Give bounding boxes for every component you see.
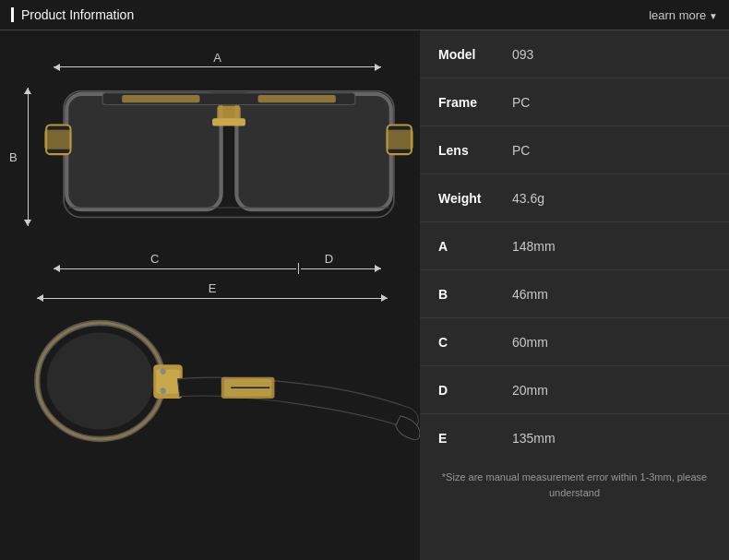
measurement-note: *Size are manual measurement error withi…	[420, 462, 729, 507]
spec-key: C	[438, 335, 512, 350]
spec-key: B	[438, 287, 512, 302]
dim-e-label: E	[209, 281, 217, 295]
glasses-front-svg	[44, 69, 413, 254]
svg-rect-6	[212, 118, 245, 125]
spec-row: Frame PC	[420, 78, 729, 126]
spec-key: Model	[438, 47, 512, 62]
svg-rect-12	[44, 130, 71, 149]
page-title: Product Information	[11, 7, 134, 22]
spec-row: B 46mm	[420, 270, 729, 318]
spec-key: A	[438, 239, 512, 254]
dim-b-label: B	[9, 150, 18, 164]
svg-rect-2	[68, 96, 219, 208]
svg-rect-13	[387, 130, 413, 149]
learn-more-button[interactable]: learn more	[649, 8, 718, 22]
spec-value: 60mm	[512, 335, 548, 350]
svg-rect-4	[239, 96, 389, 208]
spec-row: D 20mm	[420, 366, 729, 414]
dim-d-label: D	[325, 252, 333, 266]
spec-row: Model 093	[420, 30, 729, 78]
spec-key: Frame	[438, 95, 512, 110]
spec-row: Weight 43.6g	[420, 174, 729, 222]
spec-value: 20mm	[512, 383, 548, 398]
spec-value: 093	[512, 47, 533, 62]
spec-row: Lens PC	[420, 126, 729, 174]
front-view-diagram: A B	[18, 40, 401, 289]
side-view-diagram: E	[18, 293, 401, 464]
spec-value: 135mm	[512, 431, 556, 446]
spec-row: E 135mm	[420, 414, 729, 462]
spec-value: 148mm	[512, 239, 556, 254]
spec-key: D	[438, 383, 512, 398]
header: Product Information learn more	[0, 0, 729, 30]
svg-rect-9	[258, 95, 336, 102]
spec-key: Lens	[438, 143, 512, 158]
svg-point-24	[161, 387, 166, 393]
spec-key: Weight	[438, 191, 512, 206]
spec-value: 46mm	[512, 287, 548, 302]
spec-value: 43.6g	[512, 191, 544, 206]
diagram-panel: A B	[0, 30, 420, 560]
spec-key: E	[438, 431, 512, 446]
svg-point-23	[161, 368, 166, 374]
spec-row: A 148mm	[420, 222, 729, 270]
dim-c-label: C	[150, 252, 159, 266]
main-content: A B	[0, 30, 729, 560]
spec-row: C 60mm	[420, 318, 729, 366]
spec-value: PC	[512, 95, 530, 110]
svg-rect-19	[156, 369, 179, 393]
glasses-side-svg	[32, 310, 420, 453]
dim-a-label: A	[54, 51, 381, 65]
specs-panel: Model 093 Frame PC Lens PC Weight 43.6g …	[420, 30, 729, 560]
svg-rect-8	[122, 95, 199, 102]
spec-table: Model 093 Frame PC Lens PC Weight 43.6g …	[420, 30, 729, 462]
svg-point-16	[47, 332, 154, 429]
spec-value: PC	[512, 143, 530, 158]
